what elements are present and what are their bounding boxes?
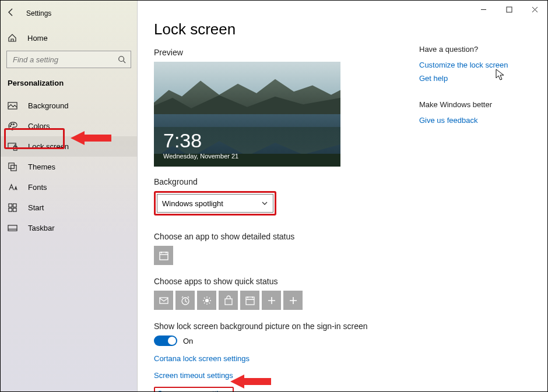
quick-app-alarm[interactable]: [175, 291, 195, 310]
nav-label: Themes: [28, 163, 55, 171]
link-screen-saver[interactable]: Screen saver settings: [157, 389, 230, 391]
nav-label: Colors: [28, 122, 50, 130]
nav-label: Taskbar: [28, 224, 55, 232]
svg-rect-11: [9, 208, 12, 211]
nav-label: Fonts: [28, 183, 47, 192]
svg-point-3: [11, 123, 12, 125]
back-icon[interactable]: [6, 8, 16, 19]
svg-rect-20: [246, 297, 254, 305]
link-customize-lock-screen[interactable]: Customize the lock screen: [419, 61, 512, 69]
quick-app-calendar[interactable]: [240, 291, 259, 310]
taskbar-icon: [8, 223, 17, 233]
nav-label: Lock screen: [28, 142, 69, 151]
detailed-status-app-calendar[interactable]: [154, 246, 173, 265]
preview-clock: 7:38: [163, 130, 202, 150]
plus-icon: [266, 295, 277, 306]
palette-icon: [8, 121, 17, 131]
feedback-heading: Make Windows better: [419, 100, 512, 109]
svg-point-2: [10, 126, 11, 127]
calendar-icon: [159, 250, 169, 261]
svg-rect-16: [160, 298, 168, 303]
start-icon: [8, 203, 17, 213]
svg-rect-10: [13, 204, 16, 207]
background-dropdown-value: Windows spotlight: [162, 199, 223, 208]
detailed-status-label: Choose an app to show detailed status: [154, 232, 531, 241]
nav-home[interactable]: Home: [1, 29, 137, 47]
themes-icon: [8, 162, 17, 172]
link-cortana-settings[interactable]: Cortana lock screen settings: [154, 354, 531, 363]
nav-background[interactable]: Background: [1, 96, 137, 116]
svg-rect-19: [225, 299, 232, 305]
lock-screen-icon: [8, 142, 17, 151]
quick-app-store[interactable]: [219, 291, 238, 310]
svg-rect-12: [13, 208, 16, 211]
link-give-feedback[interactable]: Give us feedback: [419, 116, 512, 125]
background-dropdown[interactable]: Windows spotlight: [157, 194, 273, 213]
page-title: Lock screen: [154, 20, 531, 38]
svg-rect-7: [9, 163, 14, 168]
nav-taskbar[interactable]: Taskbar: [1, 218, 137, 238]
mouse-cursor-icon: [496, 69, 505, 82]
search-input[interactable]: [12, 55, 118, 65]
home-icon: [8, 33, 17, 43]
svg-point-4: [13, 123, 14, 125]
plus-icon: [288, 295, 298, 306]
preview-date: Wednesday, November 21: [163, 153, 238, 160]
help-pane: Have a question? Customize the lock scre…: [419, 45, 512, 129]
quick-app-weather[interactable]: [197, 291, 216, 310]
search-box[interactable]: [6, 51, 131, 68]
link-screen-timeout[interactable]: Screen timeout settings: [154, 371, 531, 380]
nav-start[interactable]: Start: [1, 197, 137, 218]
nav-label: Background: [28, 101, 68, 110]
svg-rect-15: [160, 252, 168, 260]
sidebar: Settings Home Personalization Background…: [1, 1, 138, 391]
help-question: Have a question?: [419, 45, 512, 54]
clock-icon: [180, 295, 191, 306]
fonts-icon: [8, 182, 17, 192]
mail-icon: [159, 295, 169, 306]
svg-point-18: [205, 299, 209, 302]
svg-rect-13: [8, 225, 17, 231]
svg-point-0: [119, 56, 124, 62]
nav-home-label: Home: [27, 34, 48, 43]
nav-themes[interactable]: Themes: [1, 157, 137, 177]
search-icon: [118, 55, 126, 63]
lock-screen-preview: 7:38 Wednesday, November 21: [154, 62, 340, 167]
calendar-icon: [245, 295, 255, 306]
svg-rect-9: [9, 204, 12, 207]
nav-lock-screen[interactable]: Lock screen: [1, 136, 137, 157]
toggle-state-label: On: [183, 337, 193, 345]
store-icon: [223, 295, 234, 306]
nav-colors[interactable]: Colors: [1, 116, 137, 136]
quick-app-add-2[interactable]: [283, 291, 303, 310]
quick-app-mail[interactable]: [154, 291, 173, 310]
annotation-highlight-link: Screen saver settings: [154, 387, 234, 391]
chevron-down-icon: [261, 200, 268, 207]
quick-status-label: Choose apps to show quick status: [154, 277, 531, 286]
weather-icon: [202, 295, 212, 306]
signin-bg-toggle[interactable]: [154, 336, 177, 346]
quick-app-add-1[interactable]: [262, 291, 281, 310]
nav-fonts[interactable]: Fonts: [1, 177, 137, 197]
category-title: Personalization: [1, 74, 137, 96]
main-content: Lock screen Preview 7:38 Wednesday, Nove…: [138, 1, 547, 391]
svg-rect-8: [11, 165, 16, 171]
picture-icon: [8, 101, 17, 111]
window-title: Settings: [26, 9, 51, 17]
background-label: Background: [154, 177, 531, 186]
annotation-highlight-dropdown: Windows spotlight: [154, 191, 276, 216]
nav-label: Start: [28, 203, 44, 212]
signin-bg-label: Show lock screen background picture on t…: [154, 322, 531, 331]
